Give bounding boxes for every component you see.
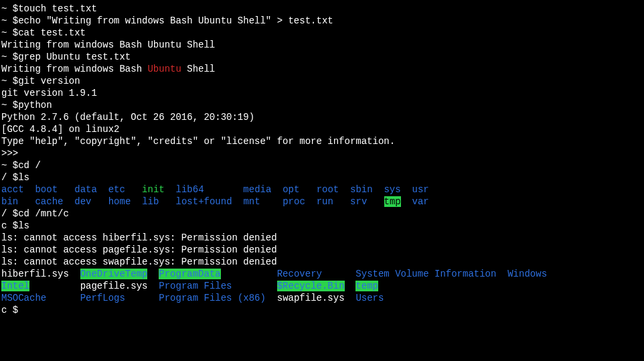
dir-media: media	[243, 184, 271, 195]
cmd-echo: ~ $echo "Writing from windows Bash Ubunt…	[1, 15, 643, 27]
dir-acct: acct	[1, 184, 24, 195]
dir-windows: Windows	[507, 269, 547, 279]
cat-output: Writing from windows Bash Ubuntu Shell	[1, 39, 643, 51]
dir-tmp: tmp	[384, 196, 401, 207]
python-banner-1: Python 2.7.6 (default, Oct 26 2016, 20:3…	[1, 111, 643, 123]
ls-error-2: ls: cannot access pagefile.sys: Permissi…	[1, 244, 643, 256]
dir-programdata: ProgramData	[159, 269, 220, 279]
dir-dev: dev	[74, 196, 91, 207]
ls-error-1: ls: cannot access hiberfil.sys: Permissi…	[1, 232, 643, 244]
dir-temp: temp	[355, 281, 378, 291]
ls-c-row1: hiberfil.sys OneDriveTemp ProgramData Re…	[1, 268, 643, 280]
dir-home: home	[108, 196, 131, 207]
dir-srv: srv	[350, 196, 367, 207]
cmd-touch: ~ $touch test.txt	[1, 3, 643, 15]
cmd-python: ~ $python	[1, 99, 643, 111]
dir-etc: etc	[108, 184, 125, 195]
dir-sys: sys	[384, 184, 400, 195]
dir-onedrivetemp: OneDriveTemp	[80, 269, 148, 279]
dir-programfiles: Program Files	[159, 281, 232, 291]
cmd-ls-root: / $ls	[1, 171, 643, 184]
dir-lib64: lib64	[176, 184, 204, 195]
git-output: git version 1.9.1	[1, 87, 643, 99]
dir-data: data	[74, 184, 97, 195]
dir-users: Users	[355, 293, 384, 303]
cmd-cd-root: ~ $cd /	[1, 159, 643, 171]
grep-post: Shell	[181, 64, 215, 74]
dir-pf86: Program Files (x86)	[159, 293, 266, 303]
cmd-cat: ~ $cat test.txt	[1, 27, 643, 39]
dir-recycle: $Recycle.Bin	[277, 281, 345, 291]
dir-recovery: Recovery	[277, 269, 322, 279]
python-banner-3: Type "help", "copyright", "credits" or "…	[1, 135, 643, 147]
python-banner-2: [GCC 4.8.4] on linux2	[1, 123, 643, 135]
cmd-ls-c: c $ls	[1, 220, 643, 232]
dir-perflogs: PerfLogs	[80, 293, 125, 303]
ls-root-row1: acct boot data etc init lib64 media opt …	[1, 184, 643, 196]
dir-opt: opt	[283, 184, 299, 195]
dir-var: var	[412, 196, 429, 207]
ls-error-3: ls: cannot access swapfile.sys: Permissi…	[1, 256, 643, 268]
dir-mnt: mnt	[243, 196, 260, 207]
ls-root-row2: bin cache dev home lib lost+found mnt pr…	[1, 196, 643, 208]
dir-run: run	[317, 196, 333, 207]
python-prompt: >>>	[1, 147, 643, 159]
dir-boot: boot	[35, 184, 58, 195]
file-init: init	[142, 184, 165, 195]
cmd-grep: ~ $grep Ubuntu test.txt	[1, 51, 643, 63]
dir-bin: bin	[1, 196, 18, 207]
dir-sbin: sbin	[350, 184, 373, 195]
file-pagefile: pagefile.sys	[80, 281, 148, 291]
terminal-output[interactable]: ~ $touch test.txt ~ $echo "Writing from …	[1, 3, 643, 316]
dir-lostfound: lost+found	[176, 196, 232, 207]
file-hiberfil: hiberfil.sys	[1, 269, 69, 279]
grep-match: Ubuntu	[147, 64, 181, 74]
prompt-current[interactable]: c $	[1, 304, 643, 316]
dir-usr: usr	[412, 184, 429, 195]
dir-cache: cache	[35, 196, 63, 207]
grep-output: Writing from windows Bash Ubuntu Shell	[1, 63, 643, 75]
grep-pre: Writing from windows Bash	[1, 64, 147, 74]
dir-root: root	[317, 184, 339, 195]
cmd-git-version: ~ $git version	[1, 75, 643, 87]
dir-lib: lib	[142, 196, 159, 207]
dir-intel: Intel	[1, 281, 29, 291]
ls-c-row2: Intel pagefile.sys Program Files $Recycl…	[1, 280, 643, 292]
dir-msocache: MSOCache	[1, 293, 46, 303]
dir-sysvol: System Volume Information	[355, 269, 496, 279]
dir-proc: proc	[283, 196, 305, 207]
cmd-cd-mntc: / $cd /mnt/c	[1, 208, 643, 220]
file-swapfile: swapfile.sys	[277, 293, 345, 303]
ls-c-row3: MSOCache PerfLogs Program Files (x86) sw…	[1, 292, 643, 304]
